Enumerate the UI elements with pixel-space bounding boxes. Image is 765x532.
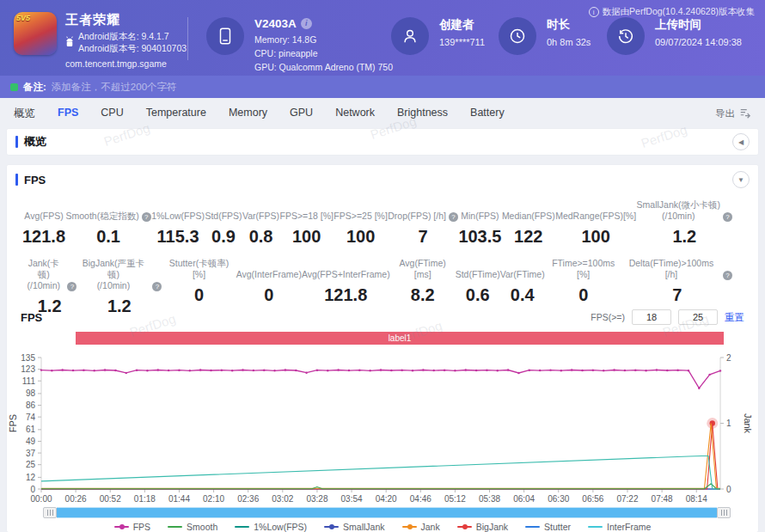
stat-value: 0.8: [249, 227, 273, 247]
svg-text:61: 61: [26, 425, 36, 434]
remark-input-bar[interactable]: 备注: 添加备注，不超过200个字符: [0, 76, 765, 98]
stat-value: 103.5: [458, 227, 501, 247]
help-icon[interactable]: ?: [152, 282, 162, 291]
legend-marker: [588, 526, 603, 528]
scrollbar-track[interactable]: [57, 507, 717, 518]
chart-region-label-bar[interactable]: label1: [76, 332, 724, 345]
legend-marker: [402, 526, 417, 528]
fps-threshold-input-2[interactable]: [678, 309, 718, 325]
remark-placeholder: 添加备注，不超过200个字符: [52, 81, 177, 94]
svg-text:06:56: 06:56: [582, 494, 603, 504]
scrollbar-left-handle[interactable]: [43, 507, 57, 518]
svg-text:37: 37: [26, 449, 36, 458]
svg-text:25: 25: [26, 460, 36, 469]
info-icon: i: [589, 7, 599, 17]
legend-marker: [168, 526, 182, 528]
stat-label: Drop(FPS) [/h]?: [388, 199, 458, 222]
legend-item-1-low-fps-[interactable]: 1%Low(FPS): [235, 522, 307, 532]
export-button[interactable]: 导出: [715, 107, 751, 120]
tab-5[interactable]: GPU: [290, 107, 313, 121]
fps-panel-title: FPS: [24, 174, 46, 187]
legend-item-fps[interactable]: FPS: [114, 522, 150, 532]
device-cpu: CPU: pineapple: [254, 46, 393, 60]
reset-link[interactable]: 重置: [725, 311, 744, 324]
creator-value: 139****711: [439, 37, 485, 47]
app-info-group: 5V5 王者荣耀 Android版本名: 9.4.1.7 Android版本号:…: [14, 12, 187, 69]
tab-7[interactable]: Brightness: [397, 107, 448, 121]
stat-label: Median(FPS): [502, 199, 555, 222]
fps-line-chart[interactable]: 0122537496174869811112313501200:0000:260…: [7, 345, 758, 504]
tab-2[interactable]: CPU: [101, 107, 123, 121]
stat-label: Delta(FTime)>100ms [/h]?: [622, 258, 732, 280]
legend-marker: [525, 526, 540, 528]
stat-label: Std(FTime): [456, 258, 500, 280]
help-icon[interactable]: ?: [449, 212, 458, 222]
collect-note: i 数据由PerfDog(10.4.240628)版本收集: [589, 6, 755, 18]
android-version-code: Android版本号: 904010703: [78, 43, 187, 55]
device-model: V2403A: [254, 17, 297, 30]
help-icon[interactable]: ?: [142, 212, 151, 222]
android-version-name: Android版本名: 9.4.1.7: [78, 31, 187, 43]
stat-item: Avg(FPS)121.8: [22, 199, 65, 247]
help-icon[interactable]: ?: [67, 282, 76, 291]
export-label: 导出: [715, 107, 735, 120]
svg-text:0: 0: [726, 485, 731, 494]
overview-collapse-button[interactable]: ◀: [732, 133, 750, 150]
stat-value: 100: [346, 227, 375, 247]
legend-label: BigJank: [476, 522, 508, 532]
legend-item-smooth[interactable]: Smooth: [168, 522, 217, 532]
stat-item: Smooth(稳定指数)?0.1: [66, 199, 151, 247]
device-gpu: GPU: Qualcomm Adreno (TM) 750: [254, 60, 393, 74]
duration-group: 时长 0h 8m 32s: [499, 17, 591, 55]
legend-label: FPS: [133, 522, 150, 532]
stat-label: MedRange(FPS)[%]: [555, 199, 636, 222]
help-icon[interactable]: ?: [723, 271, 732, 280]
legend-label: 1%Low(FPS): [254, 522, 307, 532]
legend-item-stutter[interactable]: Stutter: [525, 522, 571, 532]
svg-text:07:22: 07:22: [616, 494, 638, 504]
overview-section: 概览 ◀: [7, 129, 758, 155]
stat-label: Var(FPS): [242, 199, 279, 222]
svg-text:02:36: 02:36: [237, 494, 259, 504]
remark-tag-icon: [10, 83, 18, 91]
tab-1[interactable]: FPS: [58, 107, 78, 121]
fps-stats-row-1: Avg(FPS)121.8Smooth(稳定指数)?0.11%Low(FPS)1…: [7, 199, 758, 247]
device-info-icon[interactable]: i: [301, 18, 312, 29]
stat-value: 100: [581, 227, 609, 247]
fps-collapse-button[interactable]: ▼: [732, 171, 750, 188]
stat-value: 0.1: [96, 227, 120, 247]
legend-item-interframe[interactable]: InterFrame: [588, 522, 651, 532]
stat-item: Drop(FPS) [/h]?7: [388, 199, 458, 247]
stat-value: 121.8: [22, 227, 65, 247]
tab-6[interactable]: Network: [335, 107, 375, 121]
svg-text:05:12: 05:12: [444, 494, 466, 504]
legend-item-jank[interactable]: Jank: [402, 522, 440, 532]
tab-8[interactable]: Battery: [470, 107, 505, 121]
stat-value: 122: [514, 227, 542, 247]
scrollbar-right-handle[interactable]: [717, 507, 731, 518]
tab-4[interactable]: Memory: [229, 107, 267, 121]
stat-label: FPS>=18 [%]: [279, 199, 333, 222]
legend-item-bigjank[interactable]: BigJank: [457, 522, 508, 532]
report-header: i 数据由PerfDog(10.4.240628)版本收集 5V5 王者荣耀 A…: [0, 0, 765, 76]
fps-threshold-input-1[interactable]: [632, 309, 671, 325]
creator-group: 创建者 139****711: [391, 17, 485, 55]
svg-text:74: 74: [26, 413, 36, 422]
legend-item-smalljank[interactable]: SmallJank: [324, 522, 384, 532]
chart-range-scrollbar[interactable]: [43, 507, 731, 518]
stat-label: FTime>=100ms [%]: [545, 258, 622, 280]
game-title: 王者荣耀: [65, 12, 187, 28]
tab-3[interactable]: Temperature: [146, 107, 206, 121]
upload-value: 09/07/2024 14:09:38: [655, 37, 742, 47]
svg-text:135: 135: [21, 353, 35, 363]
remark-label: 备注:: [23, 81, 46, 94]
svg-text:03:54: 03:54: [341, 494, 363, 504]
overview-title: 概览: [24, 134, 46, 150]
help-icon[interactable]: ?: [723, 212, 732, 222]
legend-label: SmallJank: [343, 522, 384, 532]
svg-text:01:44: 01:44: [168, 494, 190, 504]
svg-text:86: 86: [26, 401, 36, 410]
region-label-text: label1: [389, 333, 412, 343]
tab-0[interactable]: 概览: [14, 107, 35, 121]
stat-label: Jank(卡顿) (/10min)?: [22, 258, 76, 291]
